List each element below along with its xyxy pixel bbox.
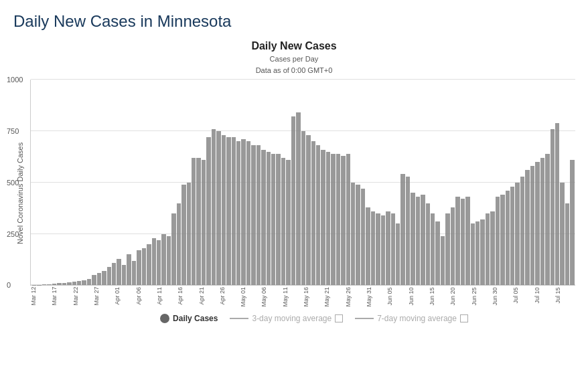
x-tick: Apr 26 xyxy=(219,287,240,307)
bar xyxy=(376,213,380,286)
bar xyxy=(480,219,484,285)
bar xyxy=(396,223,400,285)
x-tick: May 31 xyxy=(366,287,386,307)
bar xyxy=(411,193,415,285)
bar xyxy=(336,154,340,286)
bar xyxy=(161,234,165,286)
bar xyxy=(366,207,370,286)
x-tick: May 26 xyxy=(345,287,366,307)
bar xyxy=(545,154,549,286)
bar xyxy=(306,135,310,285)
bar xyxy=(431,213,435,286)
bar xyxy=(127,254,131,285)
bar xyxy=(286,160,290,286)
x-tick: Jun 15 xyxy=(429,287,449,307)
x-tick: Apr 06 xyxy=(135,287,156,307)
bar xyxy=(435,221,439,285)
x-tick: Jun 20 xyxy=(449,287,470,307)
bar xyxy=(291,116,295,285)
x-tick: Mar 12 xyxy=(30,287,51,307)
legend-dash-7day xyxy=(355,318,374,319)
chart-container: Daily New Cases Cases per Day Data as of… xyxy=(0,36,588,323)
x-tick: May 16 xyxy=(303,287,323,307)
bar xyxy=(506,191,510,285)
bar xyxy=(226,137,230,285)
legend-box-3day xyxy=(335,314,343,322)
x-tick: May 06 xyxy=(261,287,281,307)
bar xyxy=(455,197,459,285)
bar xyxy=(555,123,559,286)
bar xyxy=(475,221,480,285)
bar xyxy=(112,263,116,286)
bar xyxy=(316,145,320,285)
legend-7day: 7-day moving average xyxy=(355,314,468,323)
bar xyxy=(47,284,51,285)
x-axis: Mar 12Mar 17Mar 22Mar 27Apr 01Apr 06Apr … xyxy=(30,287,575,307)
bar xyxy=(236,141,240,285)
grid-label: 250 xyxy=(7,230,19,238)
x-tick: Apr 11 xyxy=(156,287,177,307)
bar xyxy=(261,150,265,286)
bar xyxy=(77,281,81,286)
bar xyxy=(276,154,280,286)
bar xyxy=(525,170,529,285)
bar xyxy=(82,280,86,286)
x-tick: Jul 15 xyxy=(555,287,575,307)
legend-3day: 3-day moving average xyxy=(230,314,343,323)
bar xyxy=(331,154,335,286)
bar xyxy=(192,158,196,286)
bar xyxy=(356,185,360,286)
x-tick: Jun 30 xyxy=(492,287,512,307)
bar xyxy=(301,131,305,286)
bar xyxy=(351,183,355,286)
bar xyxy=(157,240,161,286)
bar xyxy=(37,285,41,286)
bar xyxy=(232,137,236,285)
bar xyxy=(441,236,445,286)
bar xyxy=(500,195,504,285)
x-tick: Apr 16 xyxy=(177,287,198,307)
bar xyxy=(62,283,66,285)
bar xyxy=(241,139,245,285)
bar xyxy=(281,158,285,286)
bar xyxy=(107,267,111,286)
bar xyxy=(341,156,345,286)
bar xyxy=(267,152,271,286)
bar xyxy=(187,183,191,286)
bar xyxy=(421,195,425,285)
bar xyxy=(42,284,46,286)
bar xyxy=(137,250,141,285)
bar xyxy=(202,160,206,286)
bar xyxy=(97,273,101,285)
bar xyxy=(346,154,350,286)
x-tick: Jun 05 xyxy=(386,287,407,307)
bar xyxy=(461,199,465,285)
chart-title: Daily New Cases xyxy=(251,40,336,52)
bar xyxy=(406,177,410,286)
bar xyxy=(371,211,375,286)
x-tick: Apr 21 xyxy=(198,287,219,307)
bar xyxy=(391,213,395,286)
bar xyxy=(132,261,136,286)
bar xyxy=(296,112,300,285)
x-tick: Jul 05 xyxy=(512,287,533,307)
bar xyxy=(490,211,494,286)
legend-7day-label: 7-day moving average xyxy=(377,314,457,323)
x-tick: May 21 xyxy=(323,287,344,307)
bar xyxy=(565,203,569,286)
x-tick: Mar 17 xyxy=(51,287,72,307)
bar xyxy=(451,207,455,286)
bar xyxy=(72,282,76,286)
bar xyxy=(102,271,106,286)
bar xyxy=(530,166,534,285)
bar xyxy=(206,137,210,285)
bar xyxy=(361,189,365,286)
bar xyxy=(321,150,325,286)
bar xyxy=(381,215,385,286)
bar xyxy=(117,259,121,286)
bar xyxy=(445,213,449,286)
bar xyxy=(147,244,151,285)
bar xyxy=(122,265,126,286)
bar xyxy=(142,248,146,285)
x-tick: May 11 xyxy=(282,287,303,307)
